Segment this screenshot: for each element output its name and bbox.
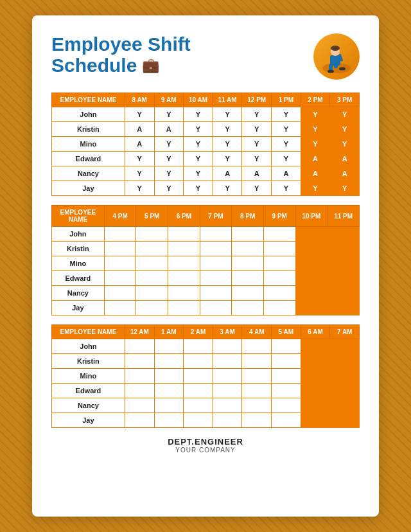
cell	[232, 227, 264, 242]
cell	[184, 354, 213, 369]
title-line2: Schedule	[51, 55, 137, 76]
cell: Y	[184, 181, 213, 196]
cell	[232, 242, 264, 256]
cell: A	[330, 152, 360, 166]
cell	[168, 301, 200, 315]
cell	[242, 384, 272, 398]
cell: A	[242, 166, 272, 181]
cell: Y	[184, 137, 213, 152]
cell: Y	[242, 181, 272, 196]
employee-name: Jay	[52, 413, 125, 428]
cell: Y	[213, 137, 242, 152]
table-row: Nancy	[52, 398, 360, 413]
cell	[125, 413, 154, 428]
cell	[136, 227, 168, 242]
cell	[232, 286, 264, 301]
employee-name: John	[52, 339, 125, 354]
cell	[330, 369, 360, 384]
company-name: DEPT.ENGINEER	[51, 437, 360, 447]
cell	[154, 369, 184, 384]
cell	[263, 286, 295, 301]
svg-rect-4	[334, 64, 338, 68]
cell: A	[213, 166, 242, 181]
table-row: Edward	[52, 384, 360, 398]
title-line1: Employee Shift	[51, 33, 191, 55]
cell	[200, 256, 232, 271]
cell: Y	[330, 137, 360, 152]
t1-col-12pm: 12 PM	[242, 93, 272, 107]
cell	[301, 354, 330, 369]
cell	[125, 369, 154, 384]
cell: A	[301, 152, 330, 166]
t2-col-9pm: 9 PM	[263, 206, 295, 227]
cell	[330, 384, 360, 398]
cell	[295, 271, 328, 286]
t1-col-3pm: 3 PM	[330, 93, 360, 107]
cell	[125, 354, 154, 369]
employee-name: Nancy	[52, 166, 125, 181]
cell	[168, 286, 200, 301]
cell: Y	[272, 152, 301, 166]
t2-col-4pm: 4 PM	[104, 206, 136, 227]
employee-name: Mino	[52, 256, 105, 271]
cell	[295, 242, 328, 256]
cell	[168, 242, 200, 256]
cell	[136, 271, 168, 286]
cell: Y	[154, 107, 184, 122]
t3-col-name: EMPLOYEE NAME	[52, 325, 125, 339]
cell	[154, 413, 184, 428]
cell: Y	[125, 181, 154, 196]
title-block: Employee Shift Schedule 💼	[51, 33, 191, 76]
employee-name: Kristin	[52, 354, 125, 369]
cell	[136, 301, 168, 315]
cell	[104, 242, 136, 256]
employee-name: Kristin	[52, 242, 105, 256]
cell	[301, 369, 330, 384]
cell	[104, 256, 136, 271]
cell: Y	[301, 137, 330, 152]
employee-name: Jay	[52, 301, 105, 315]
cell	[272, 413, 301, 428]
table-row: John	[52, 339, 360, 354]
cell	[184, 384, 213, 398]
table2: EMPLOYEENAME 4 PM 5 PM 6 PM 7 PM 8 PM 9 …	[51, 205, 360, 315]
cell: Y	[154, 166, 184, 181]
t1-col-11am: 11 AM	[213, 93, 242, 107]
table-row: EdwardYYYYYYAA	[52, 152, 360, 166]
cell: Y	[213, 107, 242, 122]
cell	[104, 286, 136, 301]
cell	[232, 271, 264, 286]
employee-name: Edward	[52, 152, 125, 166]
cell	[154, 354, 184, 369]
cell	[184, 369, 213, 384]
employee-name: Mino	[52, 369, 125, 384]
cell: Y	[330, 107, 360, 122]
table1-section: EMPLOYEE NAME 8 AM 9 AM 10 AM 11 AM 12 P…	[51, 93, 360, 196]
cell	[104, 227, 136, 242]
cell	[184, 339, 213, 354]
cell	[232, 256, 264, 271]
table-row: Jay	[52, 413, 360, 428]
cell: Y	[272, 107, 301, 122]
cell: Y	[330, 181, 360, 196]
cell	[242, 369, 272, 384]
t3-col-12am: 12 AM	[125, 325, 154, 339]
briefcase-icon: 💼	[142, 57, 159, 74]
cell	[104, 271, 136, 286]
cell	[272, 354, 301, 369]
table-row: Jay	[52, 301, 360, 315]
cell	[301, 384, 330, 398]
t3-col-7am: 7 AM	[330, 325, 360, 339]
cell	[213, 369, 242, 384]
cell: Y	[301, 122, 330, 137]
cell	[295, 256, 328, 271]
table-row: KristinAAYYYYYY	[52, 122, 360, 137]
cell	[168, 227, 200, 242]
t2-col-8pm: 8 PM	[232, 206, 264, 227]
cell	[242, 354, 272, 369]
t2-col-name: EMPLOYEENAME	[52, 206, 105, 227]
table-row: Mino	[52, 369, 360, 384]
cell	[213, 354, 242, 369]
table-row: Mino	[52, 256, 360, 271]
table2-section: EMPLOYEENAME 4 PM 5 PM 6 PM 7 PM 8 PM 9 …	[51, 205, 360, 315]
